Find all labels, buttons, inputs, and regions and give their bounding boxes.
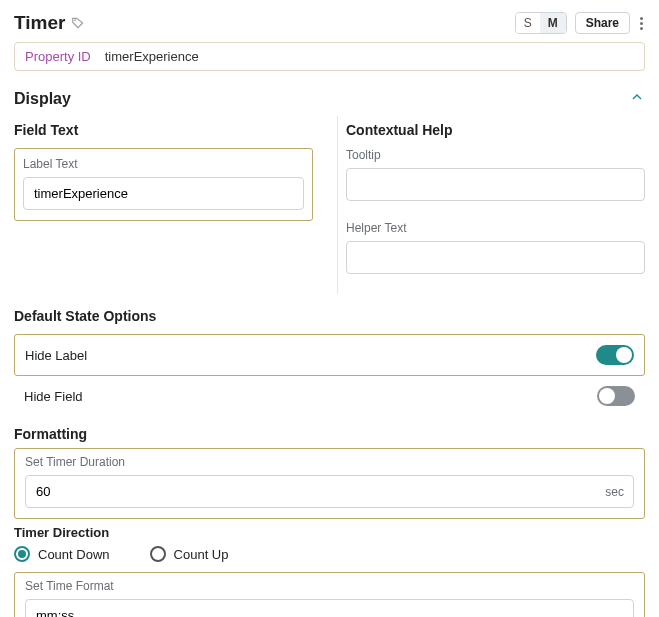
property-id-label: Property ID xyxy=(25,49,91,64)
timer-duration-unit: sec xyxy=(605,485,624,499)
contextual-help-column: Contextual Help Tooltip Helper Text xyxy=(337,116,645,294)
default-state-heading: Default State Options xyxy=(14,308,645,324)
hide-label-label: Hide Label xyxy=(25,348,87,363)
panel-header: Timer S M Share xyxy=(0,0,659,42)
count-up-label: Count Up xyxy=(174,547,229,562)
property-id-row: Property ID timerExperience xyxy=(14,42,645,71)
size-s-button[interactable]: S xyxy=(516,13,540,33)
header-left: Timer xyxy=(14,12,85,34)
hide-field-label: Hide Field xyxy=(24,389,83,404)
share-button[interactable]: Share xyxy=(575,12,630,34)
time-format-group: Set Time Format xyxy=(14,572,645,617)
radio-selected-icon xyxy=(14,546,30,562)
count-up-radio[interactable]: Count Up xyxy=(150,546,229,562)
tooltip-label: Tooltip xyxy=(346,148,645,162)
count-down-radio[interactable]: Count Down xyxy=(14,546,110,562)
label-text-input[interactable] xyxy=(23,177,304,210)
svg-point-0 xyxy=(75,19,77,21)
time-format-label: Set Time Format xyxy=(25,579,634,593)
display-columns: Field Text Label Text Contextual Help To… xyxy=(0,116,659,294)
helper-text-label: Helper Text xyxy=(346,221,645,235)
count-down-label: Count Down xyxy=(38,547,110,562)
label-text-label: Label Text xyxy=(23,157,304,171)
hide-field-row: Hide Field xyxy=(14,376,645,416)
label-text-group: Label Text xyxy=(14,148,313,221)
tag-icon xyxy=(71,16,85,30)
timer-direction-group: Count Down Count Up xyxy=(14,540,645,572)
display-section-title: Display xyxy=(14,90,71,108)
tooltip-input[interactable] xyxy=(346,168,645,201)
contextual-help-heading: Contextual Help xyxy=(346,122,645,138)
hide-label-toggle[interactable] xyxy=(596,345,634,365)
field-text-heading: Field Text xyxy=(14,122,313,138)
size-toggle: S M xyxy=(515,12,567,34)
hide-label-row: Hide Label xyxy=(14,334,645,376)
property-id-value: timerExperience xyxy=(105,49,199,64)
header-right: S M Share xyxy=(515,12,645,34)
tooltip-group: Tooltip xyxy=(346,148,645,211)
formatting-heading: Formatting xyxy=(0,416,659,446)
timer-direction-heading: Timer Direction xyxy=(0,519,659,540)
chevron-up-icon xyxy=(629,89,645,108)
helper-text-group: Helper Text xyxy=(346,221,645,284)
panel-title: Timer xyxy=(14,12,65,34)
hide-field-toggle[interactable] xyxy=(597,386,635,406)
timer-duration-input[interactable] xyxy=(25,475,634,508)
field-text-column: Field Text Label Text xyxy=(14,116,321,294)
timer-duration-group: Set Timer Duration sec xyxy=(14,448,645,519)
time-format-input[interactable] xyxy=(25,599,634,617)
size-m-button[interactable]: M xyxy=(540,13,566,33)
timer-duration-label: Set Timer Duration xyxy=(25,455,634,469)
more-menu-button[interactable] xyxy=(638,13,645,34)
helper-text-input[interactable] xyxy=(346,241,645,274)
radio-unselected-icon xyxy=(150,546,166,562)
default-state-section: Default State Options Hide Label Hide Fi… xyxy=(0,294,659,416)
display-section-toggle[interactable]: Display xyxy=(0,81,659,116)
